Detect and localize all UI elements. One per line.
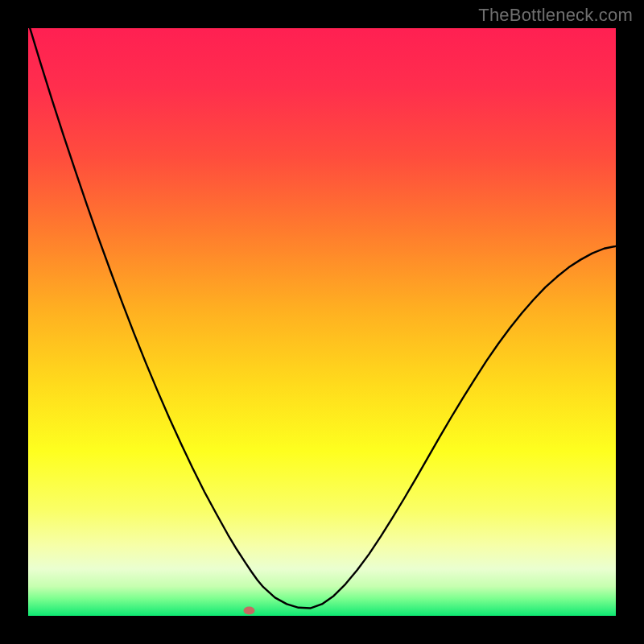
watermark-text: TheBottleneck.com — [478, 5, 633, 26]
plot-area — [28, 28, 616, 616]
bottleneck-curve — [28, 23, 616, 609]
chart-frame: TheBottleneck.com — [0, 0, 644, 644]
optimum-marker — [243, 606, 254, 614]
curve-layer — [28, 28, 616, 616]
